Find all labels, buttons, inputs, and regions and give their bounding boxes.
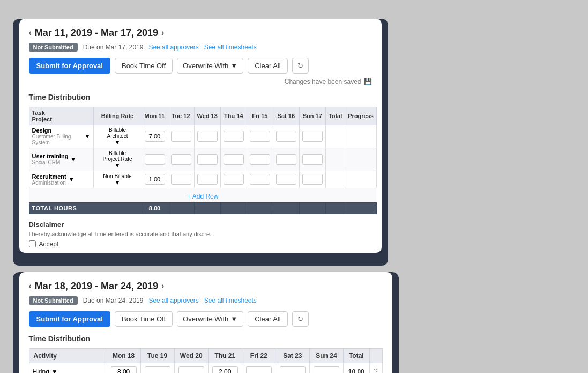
front-col-activity: Activity [29, 348, 107, 363]
front-table-header: Activity Mon 18 Tue 19 Wed 20 Thu 21 Fri… [29, 348, 382, 363]
back-total-thu [220, 202, 247, 214]
back-prev-arrow[interactable]: ‹ [29, 28, 32, 38]
front-next-arrow[interactable]: › [161, 281, 164, 291]
back-row1-thu [220, 125, 247, 148]
back-row1-wed-input[interactable] [197, 131, 218, 142]
front-row1-remove: ⠹ [369, 363, 382, 373]
back-section-title: Time Distribution [29, 93, 372, 101]
front-row1-mon [107, 363, 140, 373]
back-row3-tue [168, 171, 194, 188]
back-date-nav: ‹ Mar 11, 2019 - Mar 17, 2019 › [29, 27, 372, 39]
front-col-sat23: Sat 23 [276, 348, 309, 363]
back-row2-billing-chevron-icon: ▼ [115, 162, 121, 169]
back-refresh-button[interactable]: ↻ [292, 58, 309, 74]
front-row1-total: 10.00 [343, 363, 369, 373]
back-total-sat [273, 202, 299, 214]
back-see-timesheets-link[interactable]: See all timesheets [204, 43, 257, 51]
back-row1-mon [142, 125, 168, 148]
front-col-fri22: Fri 22 [242, 348, 276, 363]
back-col-mon11: Mon 11 [142, 107, 168, 125]
front-row1-sat-input[interactable] [280, 366, 306, 374]
front-col-thu21: Thu 21 [208, 348, 242, 363]
table-row: User training Social CRM ▼ BillableProje… [29, 148, 376, 171]
back-submit-button[interactable]: Submit for Approval [29, 58, 110, 74]
back-row3-fri-input[interactable] [250, 174, 270, 185]
back-row3-wed-input[interactable] [197, 174, 218, 185]
front-row1-remove-button[interactable]: ⠹ [373, 368, 378, 374]
front-row1-activity: Hiring ▼ [29, 363, 107, 373]
back-row2-wed-input[interactable] [197, 154, 218, 165]
back-see-approvers-link[interactable]: See all approvers [148, 43, 198, 51]
back-row2-tue [168, 148, 194, 171]
back-row2-activity: User training Social CRM ▼ [29, 148, 93, 171]
front-book-time-off-button[interactable]: Book Time Off [115, 311, 173, 327]
front-row1-sun-input[interactable] [314, 366, 339, 374]
back-col-tue12: Tue 12 [168, 107, 194, 125]
back-row1-activity: Design Customer Billing System ▼ [29, 125, 93, 148]
back-row1-billing-chevron-icon: ▼ [115, 139, 121, 145]
front-row1-fri-input[interactable] [246, 366, 272, 374]
back-col-thu14: Thu 14 [220, 107, 247, 125]
back-status-badge: Not Submitted [29, 43, 78, 52]
back-toolbar: Submit for Approval Book Time Off Overwr… [29, 58, 372, 85]
back-row2-mon-input[interactable] [145, 154, 165, 165]
back-row1-fri-input[interactable] [250, 131, 270, 142]
back-row1-tue-input[interactable] [171, 131, 191, 142]
back-overwrite-button[interactable]: Overwrite With ▼ [177, 58, 243, 74]
back-row3-tue-input[interactable] [171, 174, 191, 185]
back-disclaimer: Disclaimer I hereby acknowledge all time… [29, 221, 372, 248]
back-card-inner: ‹ Mar 11, 2019 - Mar 17, 2019 › Not Subm… [19, 19, 382, 253]
back-total-progress [345, 202, 377, 214]
back-row1-sat [273, 125, 299, 148]
table-row: Design Customer Billing System ▼ Billabl… [29, 125, 376, 148]
front-row1-thu-input[interactable] [212, 366, 238, 374]
back-row1-wed [194, 125, 220, 148]
front-overwrite-chevron-icon: ▼ [230, 315, 237, 323]
front-toolbar: Submit for Approval Book Time Off Overwr… [29, 311, 383, 327]
back-row3-thu-input[interactable] [224, 174, 244, 185]
back-clear-all-button[interactable]: Clear All [248, 58, 287, 74]
front-row1-tue-input[interactable] [145, 366, 170, 374]
back-save-icon: 💾 [364, 78, 372, 85]
back-disclaimer-text: I hereby acknowledge all time entered is… [29, 231, 372, 237]
back-row2-progress [345, 148, 377, 171]
back-row2-chevron-icon: ▼ [70, 156, 76, 163]
back-row3-sat-input[interactable] [276, 174, 296, 185]
back-add-row-link[interactable]: + Add Row [187, 193, 218, 200]
back-row1-total [325, 125, 345, 148]
front-clear-button[interactable]: Clear All [248, 311, 287, 327]
back-row1-sat-input[interactable] [276, 131, 296, 142]
back-row2-sat-input[interactable] [276, 154, 296, 165]
front-card-inner: ‹ Mar 18, 2019 - Mar 24, 2019 › Not Subm… [19, 272, 392, 374]
front-row1-mon-input[interactable] [111, 366, 137, 374]
back-col-sun17: Sun 17 [299, 107, 325, 125]
back-next-arrow[interactable]: › [161, 28, 164, 38]
front-status-row: Not Submitted Due on Mar 24, 2019 See al… [29, 296, 383, 305]
back-row1-thu-input[interactable] [224, 131, 244, 142]
front-col-total: Total [343, 348, 369, 363]
front-due-text: Due on Mar 24, 2019 [83, 297, 144, 304]
front-section-title: Time Distribution [29, 334, 383, 343]
back-col-fri15: Fri 15 [247, 107, 273, 125]
front-overwrite-button[interactable]: Overwrite With ▼ [177, 311, 243, 327]
back-row3-sun-input[interactable] [302, 174, 323, 185]
back-row3-mon-input[interactable] [145, 174, 165, 185]
back-book-time-off-button[interactable]: Book Time Off [115, 58, 173, 74]
front-row1-wed-input[interactable] [178, 366, 204, 374]
back-row2-tue-input[interactable] [171, 154, 191, 165]
back-row1-tue [168, 125, 194, 148]
back-accept-checkbox[interactable] [29, 240, 36, 247]
back-row2-thu-input[interactable] [224, 154, 244, 165]
back-row1-sun-input[interactable] [302, 131, 323, 142]
front-see-timesheets-link[interactable]: See all timesheets [204, 297, 257, 304]
back-row2-fri-input[interactable] [250, 154, 270, 165]
back-row3-chevron-icon: ▼ [69, 176, 75, 182]
front-see-approvers-link[interactable]: See all approvers [148, 297, 198, 304]
back-row2-sun-input[interactable] [302, 154, 323, 165]
front-prev-arrow[interactable]: ‹ [29, 281, 32, 291]
front-date-title: Mar 18, 2019 - Mar 24, 2019 [35, 281, 158, 292]
front-refresh-button[interactable]: ↻ [292, 311, 309, 327]
back-col-total: Total [325, 107, 345, 125]
front-submit-button[interactable]: Submit for Approval [29, 311, 110, 327]
back-row1-mon-input[interactable] [145, 131, 165, 142]
